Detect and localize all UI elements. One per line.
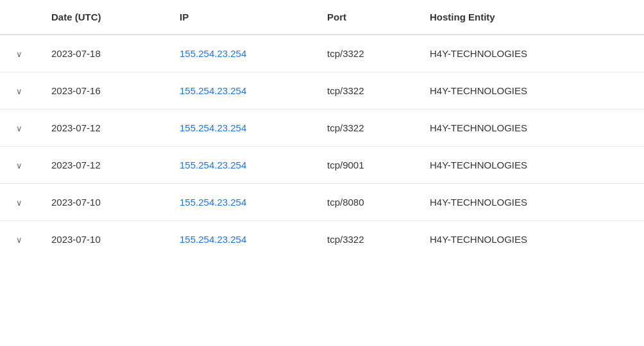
header-row: Date (UTC) IP Port Hosting Entity — [0, 0, 644, 35]
ip-cell: 155.254.23.254 — [167, 72, 314, 110]
date-cell: 2023-07-10 — [38, 221, 167, 258]
expand-cell: ∨ — [0, 147, 38, 184]
ip-link[interactable]: 155.254.23.254 — [180, 234, 246, 245]
expand-cell: ∨ — [0, 221, 38, 258]
chevron-down-icon[interactable]: ∨ — [16, 124, 22, 133]
hosting-cell: H4Y-TECHNOLOGIES — [417, 110, 644, 147]
ip-link[interactable]: 155.254.23.254 — [180, 197, 246, 208]
ip-link[interactable]: 155.254.23.254 — [180, 85, 246, 96]
hosting-cell: H4Y-TECHNOLOGIES — [417, 35, 644, 72]
ip-link[interactable]: 155.254.23.254 — [180, 160, 246, 170]
expand-cell: ∨ — [0, 35, 38, 72]
chevron-down-icon[interactable]: ∨ — [16, 161, 22, 170]
chevron-down-icon[interactable]: ∨ — [16, 49, 22, 59]
port-cell: tcp/3322 — [314, 35, 417, 72]
table-row: ∨2023-07-18155.254.23.254tcp/3322H4Y-TEC… — [0, 35, 644, 72]
ip-link[interactable]: 155.254.23.254 — [180, 122, 246, 133]
table-row: ∨2023-07-10155.254.23.254tcp/8080H4Y-TEC… — [0, 184, 644, 221]
ip-cell: 155.254.23.254 — [167, 221, 314, 258]
table-row: ∨2023-07-12155.254.23.254tcp/9001H4Y-TEC… — [0, 147, 644, 184]
col-header-date: Date (UTC) — [38, 0, 167, 35]
expand-cell: ∨ — [0, 72, 38, 110]
hosting-cell: H4Y-TECHNOLOGIES — [417, 184, 644, 221]
table-body: ∨2023-07-18155.254.23.254tcp/3322H4Y-TEC… — [0, 35, 644, 258]
expand-cell: ∨ — [0, 184, 38, 221]
hosting-cell: H4Y-TECHNOLOGIES — [417, 147, 644, 184]
table-container: Date (UTC) IP Port Hosting Entity ∨2023-… — [0, 0, 644, 346]
date-cell: 2023-07-18 — [38, 35, 167, 72]
chevron-down-icon[interactable]: ∨ — [16, 235, 22, 245]
ip-cell: 155.254.23.254 — [167, 110, 314, 147]
col-header-hosting: Hosting Entity — [417, 0, 644, 35]
table-header: Date (UTC) IP Port Hosting Entity — [0, 0, 644, 35]
port-cell: tcp/9001 — [314, 147, 417, 184]
date-cell: 2023-07-10 — [38, 184, 167, 221]
hosting-cell: H4Y-TECHNOLOGIES — [417, 221, 644, 258]
col-header-port: Port — [314, 0, 417, 35]
port-cell: tcp/8080 — [314, 184, 417, 221]
data-table: Date (UTC) IP Port Hosting Entity ∨2023-… — [0, 0, 644, 258]
table-row: ∨2023-07-12155.254.23.254tcp/3322H4Y-TEC… — [0, 110, 644, 147]
table-row: ∨2023-07-16155.254.23.254tcp/3322H4Y-TEC… — [0, 72, 644, 110]
hosting-cell: H4Y-TECHNOLOGIES — [417, 72, 644, 110]
ip-cell: 155.254.23.254 — [167, 184, 314, 221]
table-row: ∨2023-07-10155.254.23.254tcp/3322H4Y-TEC… — [0, 221, 644, 258]
port-cell: tcp/3322 — [314, 110, 417, 147]
chevron-down-icon[interactable]: ∨ — [16, 198, 22, 208]
col-header-expand — [0, 0, 38, 35]
expand-cell: ∨ — [0, 110, 38, 147]
date-cell: 2023-07-12 — [38, 110, 167, 147]
ip-link[interactable]: 155.254.23.254 — [180, 48, 246, 59]
col-header-ip: IP — [167, 0, 314, 35]
date-cell: 2023-07-12 — [38, 147, 167, 184]
port-cell: tcp/3322 — [314, 221, 417, 258]
date-cell: 2023-07-16 — [38, 72, 167, 110]
chevron-down-icon[interactable]: ∨ — [16, 86, 22, 96]
port-cell: tcp/3322 — [314, 72, 417, 110]
ip-cell: 155.254.23.254 — [167, 35, 314, 72]
ip-cell: 155.254.23.254 — [167, 147, 314, 184]
